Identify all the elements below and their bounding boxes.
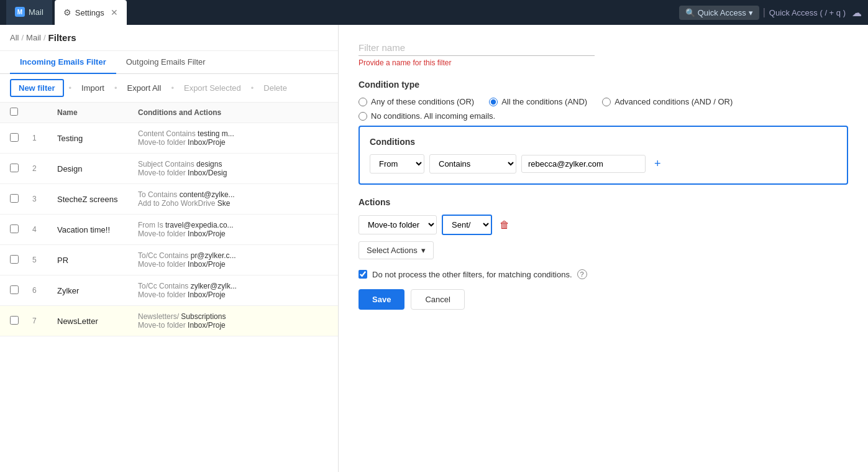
export-all-button[interactable]: Export All: [122, 80, 166, 96]
row-checkbox[interactable]: [10, 194, 19, 203]
tab-incoming[interactable]: Incoming Emails Filter: [10, 51, 116, 74]
toolbar-sep-4: •: [251, 83, 254, 93]
action-folder-select[interactable]: Sent/ Inbox/ Trash/: [442, 215, 492, 235]
condition-value-input[interactable]: [521, 155, 646, 173]
row-cond-line-1: To/Cc Contains zylker@zylk...: [138, 282, 328, 290]
action-label: Move-to folder: [138, 321, 188, 330]
row-name: Design: [57, 164, 138, 174]
gear-icon: ⚙: [63, 7, 71, 17]
chevron-down-icon: ▾: [749, 8, 753, 17]
action-label: Move-to folder: [138, 138, 188, 147]
list-item[interactable]: 2 Design Subject Contains designs Move-t…: [0, 154, 338, 184]
condition-field-select[interactable]: From To Subject Content: [370, 154, 424, 174]
row-conditions: To/Cc Contains zylker@zylk... Move-to fo…: [138, 282, 328, 299]
topbar-divider: |: [763, 7, 765, 18]
list-item[interactable]: 3 StecheZ screens To Contains content@zy…: [0, 184, 338, 215]
row-cond-line-2: Move-to folder Inbox/Proje: [138, 290, 328, 299]
row-cond-line-1: To Contains content@zylke...: [138, 190, 328, 199]
row-cond-line-1: Content Contains testing m...: [138, 129, 328, 138]
actions-title: Actions: [359, 197, 848, 207]
radio-advanced[interactable]: Advanced conditions (AND / OR): [602, 97, 733, 106]
row-conditions: Content Contains testing m... Move-to fo…: [138, 129, 328, 147]
row-cond-line-2: Move-to folder Inbox/Proje: [138, 229, 328, 238]
breadcrumb: All / Mail / Filters: [0, 25, 338, 51]
radio-all[interactable]: All the conditions (AND): [489, 97, 587, 106]
delete-action-button[interactable]: 🗑: [497, 217, 512, 233]
topbar-right: 🔍 Quick Access ▾ | Quick Access ( / + q …: [679, 6, 862, 20]
row-conditions: To/Cc Contains pr@zylker.c... Move-to fo…: [138, 251, 328, 269]
import-button[interactable]: Import: [76, 80, 109, 96]
filter-name-error: Provide a name for this filter: [359, 58, 848, 67]
close-icon[interactable]: ✕: [111, 7, 118, 17]
list-item[interactable]: 4 Vacation time!! From Is travel@expedia…: [0, 215, 338, 245]
row-cond-line-2: Move-to folder Inbox/Proje: [138, 260, 328, 269]
row-number: 3: [32, 195, 57, 203]
new-filter-button[interactable]: New filter: [10, 79, 64, 97]
do-not-process-checkbox[interactable]: [359, 270, 367, 279]
cond-label: From Is: [138, 221, 165, 229]
help-icon[interactable]: ?: [577, 269, 587, 279]
list-header: Name Conditions and Actions: [0, 103, 338, 123]
row-checkbox[interactable]: [10, 164, 19, 172]
row-conditions: Subject Contains designs Move-to folder …: [138, 160, 328, 177]
filter-name-input[interactable]: [359, 40, 595, 56]
cond-label: To/Cc Contains: [138, 251, 191, 260]
export-selected-button[interactable]: Export Selected: [179, 80, 246, 96]
mail-tab[interactable]: M Mail: [6, 0, 52, 25]
row-checkbox[interactable]: [10, 285, 19, 294]
radio-advanced-label: Advanced conditions (AND / OR): [614, 97, 733, 106]
list-item[interactable]: 7 NewsLetter Newsletters/ Subscriptions …: [0, 306, 338, 336]
row-checkbox[interactable]: [10, 316, 19, 325]
do-not-process-label: Do not process the other filters, for ma…: [372, 270, 572, 279]
row-name: Testing: [57, 134, 138, 143]
condition-type-title: Condition type: [359, 80, 848, 90]
cancel-button[interactable]: Cancel: [411, 289, 464, 310]
row-name: StecheZ screens: [57, 195, 138, 204]
row-name: PR: [57, 256, 138, 265]
cond-value: content@zylke...: [180, 190, 235, 199]
action-label: Move-to folder: [138, 290, 188, 299]
actions-section: Actions Move-to folder Add label Mark as…: [359, 197, 848, 259]
tab-outgoing[interactable]: Outgoing Emails Filter: [116, 51, 216, 74]
radio-any-input[interactable]: [359, 98, 367, 106]
action-value: Inbox/Proje: [188, 290, 226, 299]
quick-access-shortcut[interactable]: Quick Access ( / + q ): [769, 8, 846, 17]
cloud-icon[interactable]: ☁: [852, 7, 862, 19]
radio-no-conditions-input[interactable]: [359, 112, 367, 121]
row-cond-line-2: Move-to folder Inbox/Desig: [138, 169, 328, 177]
condition-operator-select[interactable]: Contains Is Does not contain: [429, 154, 516, 174]
breadcrumb-all[interactable]: All: [10, 33, 19, 42]
select-all-checkbox[interactable]: [10, 108, 18, 116]
list-item[interactable]: 6 Zylker To/Cc Contains zylker@zylk... M…: [0, 275, 338, 306]
row-checkbox[interactable]: [10, 255, 19, 264]
breadcrumb-mail[interactable]: Mail: [26, 33, 41, 42]
cond-value: zylker@zylk...: [191, 282, 237, 290]
list-item[interactable]: 1 Testing Content Contains testing m... …: [0, 123, 338, 154]
row-check: [10, 194, 32, 205]
condition-type-row-1: Any of these conditions (OR) All the con…: [359, 97, 848, 106]
select-actions-button[interactable]: Select Actions ▾: [359, 241, 434, 259]
save-button[interactable]: Save: [359, 289, 404, 310]
row-cond-line-2: Move-to folder Inbox/Proje: [138, 138, 328, 147]
row-conditions: Newsletters/ Subscriptions Move-to folde…: [138, 312, 328, 330]
action-type-select[interactable]: Move-to folder Add label Mark as read Fo…: [359, 215, 437, 234]
row-checkbox[interactable]: [10, 224, 19, 233]
add-condition-button[interactable]: +: [651, 156, 665, 172]
row-number: 6: [32, 286, 57, 295]
settings-tab[interactable]: ⚙ Settings ✕: [55, 0, 127, 25]
cond-value: Subscriptions: [181, 312, 226, 321]
action-value: Inbox/Desig: [188, 169, 227, 177]
radio-all-input[interactable]: [489, 98, 498, 106]
quick-access-dropdown[interactable]: 🔍 Quick Access ▾: [679, 6, 759, 20]
select-actions-row: Select Actions ▾: [359, 241, 848, 259]
row-name: NewsLetter: [57, 317, 138, 326]
list-item[interactable]: 5 PR To/Cc Contains pr@zylker.c... Move-…: [0, 245, 338, 275]
do-not-process-row: Do not process the other filters, for ma…: [359, 269, 848, 279]
radio-any[interactable]: Any of these conditions (OR): [359, 97, 474, 106]
action-row: Move-to folder Add label Mark as read Fo…: [359, 215, 848, 235]
delete-button[interactable]: Delete: [258, 80, 292, 96]
row-checkbox[interactable]: [10, 133, 19, 142]
radio-no-conditions[interactable]: No conditions. All incoming emails.: [359, 111, 495, 121]
radio-advanced-input[interactable]: [602, 98, 611, 106]
topbar: M Mail ⚙ Settings ✕ 🔍 Quick Access ▾ | Q…: [0, 0, 868, 25]
